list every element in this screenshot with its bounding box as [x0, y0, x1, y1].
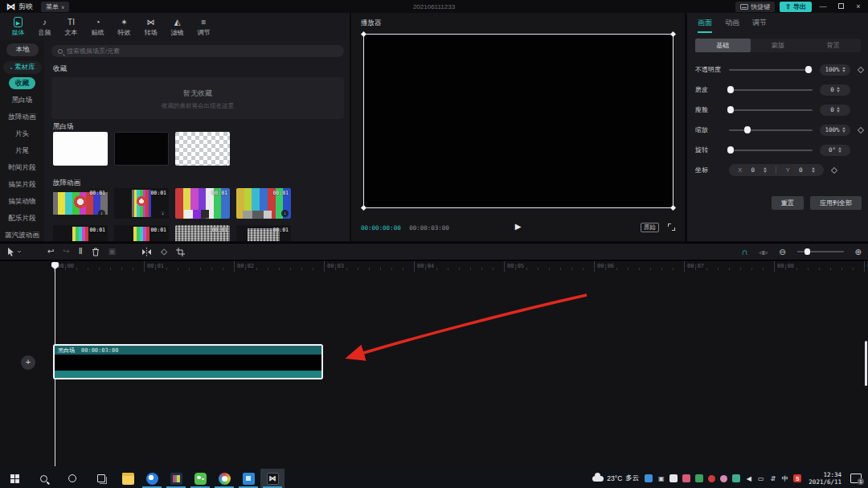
snap-magnet-button[interactable]: ∩ — [741, 247, 747, 256]
stepper-icon[interactable] — [842, 67, 845, 72]
video-preview[interactable] — [363, 34, 674, 208]
media[interactable]: ▶ 媒体 — [5, 13, 31, 40]
reset-button[interactable]: 重置 — [772, 196, 804, 210]
start-button[interactable] — [0, 469, 29, 488]
slider-thumb[interactable] — [727, 146, 734, 154]
sidebar-category[interactable]: 片头 — [0, 128, 44, 140]
sidebar-category[interactable]: 片尾 — [0, 145, 44, 157]
testcard-vertical[interactable]: 00:01 ↓ — [114, 188, 169, 219]
maximize-button[interactable] — [834, 2, 847, 10]
slider-thumb[interactable] — [744, 126, 751, 133]
taskbar-clock[interactable]: 12:34 2021/6/11 — [809, 471, 841, 486]
slider-thumb[interactable] — [805, 66, 812, 73]
adjust[interactable]: ≡ 调节 — [190, 13, 217, 40]
slider-track[interactable] — [729, 129, 813, 131]
apply-to-all-button[interactable]: 应用到全部 — [810, 196, 862, 210]
sidebar-category[interactable]: 配乐片段 — [0, 212, 44, 224]
timeline-scrollbar[interactable] — [865, 341, 867, 386]
file-explorer[interactable] — [116, 469, 140, 488]
ime-chinese[interactable]: 中 — [781, 474, 788, 482]
slider-track[interactable] — [729, 89, 813, 91]
link-preview-button[interactable]: ◁|▷ — [759, 249, 768, 255]
timeline-clip-black-field[interactable]: 黑白场 00:00:03:00 — [53, 344, 323, 379]
wechat[interactable] — [188, 469, 212, 488]
black-field[interactable] — [114, 132, 169, 166]
slider-track[interactable] — [729, 150, 813, 151]
colorbars[interactable]: 00:01 — [175, 188, 230, 219]
sidebar-category[interactable]: 蒸汽波动画 — [0, 229, 44, 241]
text[interactable]: TI 文本 — [58, 13, 84, 40]
redo-button[interactable]: ↪ — [63, 248, 69, 256]
coordinate-box[interactable]: X 0 Y 0 — [729, 164, 824, 176]
search-input[interactable]: 搜索视频场景/元素 — [51, 45, 344, 57]
split-button[interactable]: Ⅱ — [79, 248, 83, 256]
value-box[interactable]: 0° — [820, 145, 850, 156]
zoom-in-button[interactable]: ⊕ — [855, 248, 862, 256]
stepper-icon[interactable] — [837, 87, 840, 92]
browser-360[interactable] — [212, 469, 236, 488]
filter[interactable]: ◭ 滤镜 — [164, 13, 190, 40]
mic-icon[interactable] — [669, 474, 678, 482]
static-noise[interactable]: 00:01 — [175, 225, 230, 241]
white-field[interactable] — [53, 132, 108, 166]
updown-icon[interactable]: ⇵ — [769, 474, 776, 482]
sidebar-category[interactable]: 搞笑动物 — [0, 195, 44, 207]
export-button[interactable]: ⇧ 导出 — [780, 2, 812, 12]
rotate-button[interactable]: ◇ — [161, 248, 167, 256]
stepper-icon[interactable] — [764, 167, 767, 173]
stepper-icon[interactable] — [812, 167, 815, 173]
audio[interactable]: ♪ 音频 — [31, 13, 58, 40]
zoom-out-button[interactable]: ⊖ — [779, 248, 785, 256]
fullscreen-icon[interactable] — [668, 223, 675, 231]
sticker[interactable]: ◔ 贴纸 — [84, 13, 111, 40]
minimize-button[interactable]: — — [817, 2, 829, 10]
sidebar-item-library[interactable]: ‣ 素材库 — [3, 61, 42, 74]
qq-browser[interactable] — [140, 469, 164, 488]
undo-button[interactable]: ↩ — [47, 248, 54, 256]
properties-subtab[interactable]: 蒙版 — [751, 39, 806, 52]
sidebar-category[interactable]: 黑白场 — [0, 94, 44, 106]
capture-icon[interactable]: ▣ — [657, 474, 665, 482]
weather-widget[interactable]: 23°C 多云 — [592, 474, 639, 483]
keyframe-diamond-icon[interactable] — [858, 126, 864, 133]
task-view-button[interactable] — [87, 469, 116, 488]
action-center-button[interactable]: 1 — [850, 474, 862, 483]
transition[interactable]: ⋈ 转场 — [137, 13, 164, 40]
play-button[interactable]: ▶ — [515, 222, 522, 231]
delete-button[interactable] — [92, 248, 100, 256]
timeline-ruler[interactable]: 00:0000:0100:0200:0300:0400:0500:0600:07… — [0, 261, 868, 272]
transparent-field[interactable] — [175, 132, 230, 166]
stepper-icon[interactable] — [838, 147, 841, 153]
properties-tab[interactable]: 调节 — [752, 18, 767, 33]
add-media-button[interactable]: + — [21, 355, 35, 370]
stepper-icon[interactable] — [837, 107, 840, 113]
close-button[interactable]: × — [852, 2, 865, 10]
shortcuts-button[interactable]: 快捷键 — [735, 2, 775, 12]
mirror-button[interactable] — [141, 248, 152, 256]
menu-button[interactable]: 菜单 ∨ — [41, 2, 69, 12]
display-icon[interactable]: ▭ — [757, 474, 764, 482]
static-noise-small[interactable]: 00:01 — [236, 225, 291, 241]
keyframe-diamond-icon[interactable] — [858, 66, 864, 72]
taskbar-search-button[interactable] — [29, 469, 58, 488]
security-shield-icon[interactable] — [645, 474, 653, 482]
slider-track[interactable] — [729, 69, 813, 71]
colorful-badge-icon[interactable] — [682, 474, 690, 482]
stepper-icon[interactable] — [842, 127, 845, 133]
selection-handle[interactable] — [670, 31, 676, 37]
media-tool[interactable] — [164, 469, 188, 488]
original-quality-button[interactable]: 原始 — [641, 223, 659, 232]
sidebar-category[interactable]: 搞笑片段 — [0, 178, 44, 191]
properties-subtab[interactable]: 背景 — [805, 39, 861, 52]
effects[interactable]: ✶ 特效 — [111, 13, 137, 40]
value-box[interactable]: 0 — [820, 84, 850, 96]
crop-button[interactable] — [176, 248, 185, 256]
red-dot-icon[interactable] — [708, 475, 715, 482]
sidebar-category[interactable]: 故障动画 — [0, 111, 44, 123]
slider-thumb[interactable] — [727, 86, 734, 93]
zoom-slider-thumb[interactable] — [805, 248, 810, 255]
slider-thumb[interactable] — [727, 106, 734, 113]
green-app-icon[interactable] — [695, 474, 703, 482]
sidebar-category[interactable]: 时间片段 — [0, 162, 44, 174]
sogou-icon[interactable]: S — [793, 474, 801, 482]
